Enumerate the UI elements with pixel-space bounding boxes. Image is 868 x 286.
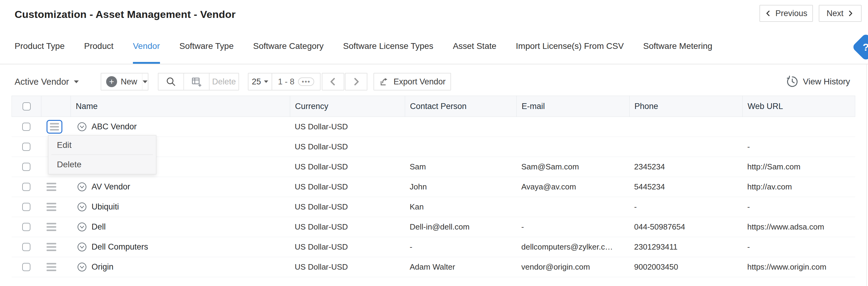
row-checkbox[interactable]	[22, 203, 30, 211]
context-menu-item-edit[interactable]: Edit	[49, 135, 156, 154]
web-url-cell: http://Sam.com	[742, 157, 855, 177]
contact-person-cell	[405, 137, 517, 157]
phone-cell: 2345234	[629, 157, 742, 177]
email-cell	[517, 197, 629, 217]
tab-software-license-types[interactable]: Software License Types	[343, 29, 433, 64]
plus-circle-icon: +	[106, 76, 117, 87]
previous-button[interactable]: Previous	[760, 5, 813, 22]
circle-chevron-down-icon[interactable]	[77, 262, 87, 272]
row-checkbox[interactable]	[22, 143, 30, 151]
row-checkbox-cell	[11, 137, 41, 157]
name-cell: Dell Computers	[70, 237, 290, 257]
row-checkbox[interactable]	[22, 123, 30, 131]
pagination-more-button[interactable]: •••	[298, 77, 314, 86]
row-menu-cell	[41, 177, 70, 197]
export-icon	[379, 76, 389, 87]
row-checkbox-cell	[11, 237, 41, 257]
vendor-table: NameCurrencyContact PersonE-mailPhoneWeb…	[11, 96, 855, 277]
view-filter-label: Active Vendor	[14, 77, 69, 87]
row-checkbox-cell	[11, 157, 41, 177]
circle-chevron-down-icon[interactable]	[77, 182, 87, 191]
circle-chevron-down-icon[interactable]	[77, 122, 87, 132]
actions-group: Delete	[158, 73, 239, 91]
row-menu-button-active[interactable]	[46, 120, 62, 134]
web-url-cell: -	[742, 237, 855, 257]
column-chooser-button[interactable]	[184, 73, 209, 90]
toolbar: Active Vendor + New	[0, 73, 868, 91]
email-cell	[517, 137, 629, 157]
next-button[interactable]: Next	[819, 5, 862, 22]
chevron-down-icon	[74, 80, 79, 83]
vendor-name: Ubiquiti	[92, 202, 119, 212]
export-vendor-label: Export Vendor	[394, 77, 445, 86]
row-checkbox-cell	[11, 257, 41, 277]
select-all-checkbox[interactable]	[23, 102, 31, 110]
new-button-group: + New	[101, 73, 148, 91]
column-header-e-mail: E-mail	[517, 96, 629, 116]
currency-cell: US Dollar-USD	[290, 117, 405, 137]
row-menu-cell	[41, 217, 70, 237]
tab-bar: Product TypeProductVendorSoftware TypeSo…	[0, 29, 868, 64]
tab-vendor[interactable]: Vendor	[133, 29, 160, 64]
row-menu-button[interactable]	[46, 203, 56, 211]
pagination-previous-button[interactable]	[322, 73, 344, 91]
contact-person-cell: Dell-in@dell.com	[405, 217, 517, 237]
row-checkbox[interactable]	[22, 223, 30, 231]
row-checkbox[interactable]	[22, 243, 30, 251]
tab-product-type[interactable]: Product Type	[14, 29, 64, 64]
row-menu-button[interactable]	[46, 263, 56, 271]
new-button[interactable]: + New	[101, 73, 142, 90]
currency-cell: US Dollar-USD	[290, 217, 405, 237]
tab-product[interactable]: Product	[84, 29, 114, 64]
phone-cell: -	[629, 197, 742, 217]
row-checkbox[interactable]	[22, 263, 30, 271]
circle-chevron-down-icon[interactable]	[77, 222, 87, 231]
circle-chevron-down-icon[interactable]	[77, 202, 87, 212]
tab-software-category[interactable]: Software Category	[253, 29, 323, 64]
search-button[interactable]	[158, 73, 183, 90]
row-context-menu: EditDelete	[48, 135, 156, 174]
web-url-cell: -	[742, 137, 855, 157]
tab-software-type[interactable]: Software Type	[180, 29, 234, 64]
pagination-next-button[interactable]	[345, 73, 367, 91]
row-checkbox[interactable]	[22, 183, 30, 191]
history-clock-icon	[786, 75, 799, 88]
web-url-cell: https://www.adsa.com	[742, 217, 855, 237]
context-menu-item-delete[interactable]: Delete	[49, 155, 156, 174]
table-row: Dell ComputersUS Dollar-USD-dellcomputer…	[11, 237, 855, 257]
email-cell: Avaya@av.com	[517, 177, 629, 197]
row-checkbox[interactable]	[22, 163, 30, 171]
phone-cell	[629, 137, 742, 157]
view-filter-dropdown[interactable]: Active Vendor	[14, 73, 79, 91]
chevron-right-icon	[351, 77, 361, 86]
column-header-name: Name	[71, 96, 290, 116]
table-add-icon	[191, 76, 202, 87]
tab-import-license-s-from-csv[interactable]: Import License(s) From CSV	[516, 29, 624, 64]
row-menu-button[interactable]	[46, 223, 56, 231]
page-size-value: 25	[252, 77, 261, 86]
contact-person-cell: Sam	[405, 157, 517, 177]
row-checkbox-cell	[11, 217, 41, 237]
header-row-menu-cell	[41, 96, 71, 116]
new-dropdown-button[interactable]	[142, 73, 148, 90]
contact-person-cell: Adam Walter	[405, 257, 517, 277]
row-checkbox-cell	[11, 117, 41, 137]
chevron-left-icon	[765, 9, 772, 17]
web-url-cell: http://av.com	[742, 177, 855, 197]
contact-person-cell	[405, 117, 517, 137]
table-row: AV VendorUS Dollar-USDJohnAvaya@av.com54…	[11, 177, 855, 197]
tab-software-metering[interactable]: Software Metering	[643, 29, 712, 64]
phone-cell	[629, 117, 742, 137]
page-title: Customization - Asset Management - Vendo…	[14, 0, 236, 29]
export-vendor-button[interactable]: Export Vendor	[373, 73, 451, 91]
row-menu-button[interactable]	[46, 183, 56, 191]
tab-asset-state[interactable]: Asset State	[453, 29, 496, 64]
row-menu-button[interactable]	[46, 243, 56, 251]
phone-cell: 5445234	[629, 177, 742, 197]
view-history-button[interactable]: View History	[786, 73, 850, 91]
circle-chevron-down-icon[interactable]	[77, 242, 87, 252]
chevron-down-icon	[143, 80, 148, 83]
page-size-dropdown[interactable]: 25	[248, 73, 272, 91]
phone-cell: 044-50987654	[629, 217, 742, 237]
delete-button[interactable]: Delete	[210, 77, 239, 86]
